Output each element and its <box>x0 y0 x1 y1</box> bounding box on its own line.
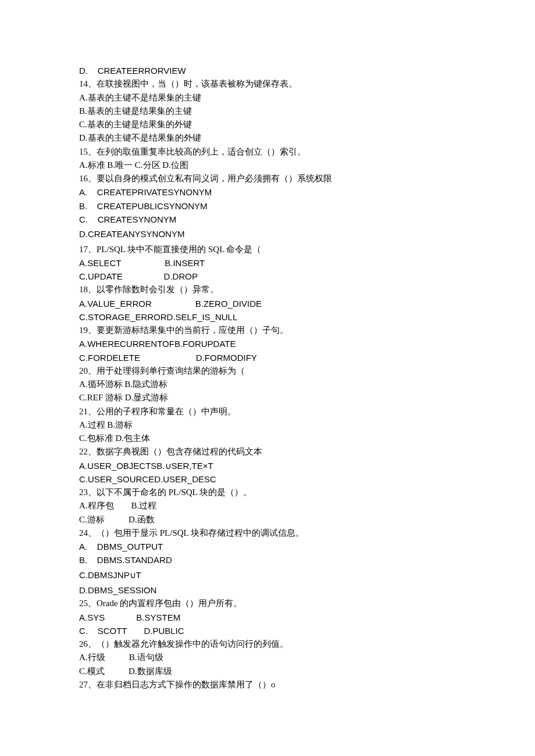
text-line: 19、要更新游标结果集中的当前行，应使用（）子句。 <box>79 324 456 337</box>
text-line: 14、在联接视图中，当（）时，该基表被称为键保存表。 <box>79 77 456 91</box>
text-line: C. CREATESYNONYM <box>79 213 456 226</box>
text-line: C. SCOTT D.PUBLIC <box>79 624 456 637</box>
text-line: A.过程 B.游标 <box>79 418 456 432</box>
text-line: C.包标准 D.包主体 <box>79 432 456 445</box>
text-line: A.程序包 B.过程 <box>79 499 456 513</box>
text-line: C.REF 游标 D.显式游标 <box>79 391 456 404</box>
text-line: C.游标 D.函数 <box>79 513 456 526</box>
text-line: 15、在列的取值重复率比较高的列上，适合创立（）索引。 <box>79 145 456 159</box>
text-line: 16、要以自身的模式创立私有同义词，用户必须拥有（）系统权限 <box>79 172 456 185</box>
text-line: D.DBMS_SESSION <box>79 583 456 597</box>
text-line: D. CREATEERRORVIEW <box>79 64 456 77</box>
text-line: A.SELECT B.INSERT <box>79 256 456 270</box>
text-line: C.USER_SOURCED.USER_DESC <box>79 472 456 486</box>
text-line: 23、以下不属于命名的 PL/SQL 块的是（）。 <box>79 486 456 499</box>
text-line: B. DBMS.STANDARD <box>79 553 456 567</box>
text-line: C.基表的主键是结果集的外键 <box>79 118 456 131</box>
text-line: 18、以零作除数时会引发（）异常。 <box>79 283 456 296</box>
text-line: D.基表的主键不是结果集的外键 <box>79 131 456 145</box>
text-line: C.STORAGE_ERRORD.SELF_IS_NULL <box>79 310 456 324</box>
question-list: D. CREATEERRORVIEW14、在联接视图中，当（）时，该基表被称为键… <box>79 64 456 691</box>
text-line: A.基表的主键不是结果集的主键 <box>79 91 456 105</box>
text-line: C.DBMSJNP∪T <box>79 567 456 584</box>
text-line: 21、公用的子程序和常量在（）中声明。 <box>79 405 456 418</box>
document-page: D. CREATEERRORVIEW14、在联接视图中，当（）时，该基表被称为键… <box>0 0 535 726</box>
text-line: 26、（）触发器允许触发操作中的语句访问行的列值。 <box>79 637 456 651</box>
text-line: 24、（）包用于显示 PL/SQL 块和存储过程中的调试信息。 <box>79 526 456 540</box>
text-line: A.SYS B.SYSTEM <box>79 611 456 624</box>
text-line: A. CREATEPRIVATESYNONYM <box>79 185 456 199</box>
text-line: A.循环游标 B.隐式游标 <box>79 378 456 391</box>
text-line: B.基表的主键是结果集的主键 <box>79 105 456 118</box>
text-line: A. DBMS_OUTPUT <box>79 540 456 553</box>
text-line: 20、用于处理得到单行查询结果的游标为（ <box>79 364 456 378</box>
text-line: 22、数据字典视图（）包含存储过程的代码文本 <box>79 445 456 458</box>
text-line: A.WHERECURRENTOFB.FORUPDATE <box>79 337 456 350</box>
text-line: D.CREATEANYSYNONYM <box>79 226 456 243</box>
text-line: B. CREATEPUBLICSYNONYM <box>79 199 456 213</box>
text-line: C.FORDELETE D.FORMODIFY <box>79 351 456 364</box>
text-line: 27、在非归档日志方式下操作的数据库禁用了（）o <box>79 678 456 691</box>
text-line: A.USER_OBJECTSB.∪SER,TE×T <box>79 459 456 472</box>
text-line: C.模式 D.数据库级 <box>79 665 456 678</box>
text-line: 17、PL/SQL 块中不能直接使用的 SQL 命令是（ <box>79 243 456 256</box>
text-line: A.标准 B.唯一 C.分区 D.位图 <box>79 159 456 172</box>
text-line: A.VALUE_ERROR B.ZERO_DIVIDE <box>79 297 456 310</box>
text-line: 25、Orade 的内置程序包由（）用户所有。 <box>79 597 456 610</box>
text-line: A.行级 B.语句级 <box>79 651 456 664</box>
text-line: C.UPDATE D.DROP <box>79 270 456 283</box>
